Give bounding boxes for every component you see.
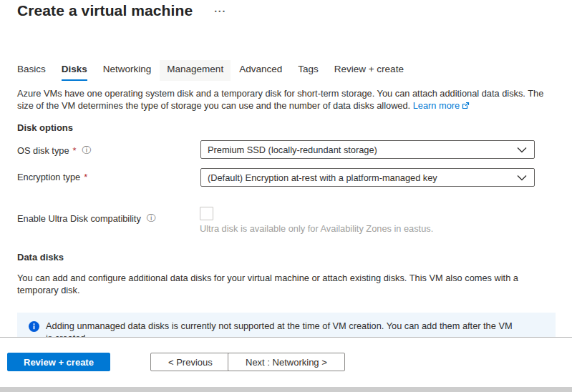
learn-more-link[interactable]: Learn more	[413, 100, 470, 111]
next-networking-button[interactable]: Next : Networking >	[228, 353, 345, 371]
previous-button[interactable]: < Previous	[150, 353, 231, 371]
page-title: Create a virtual machine	[17, 2, 193, 19]
tab-review-create[interactable]: Review + create	[334, 60, 404, 81]
footer-bar: Review + create < Previous Next : Networ…	[0, 337, 572, 387]
info-icon[interactable]: ⓘ	[147, 212, 156, 225]
encryption-type-label: Encryption type*	[17, 172, 87, 182]
create-vm-page: Create a virtual machine ··· Basics Disk…	[0, 0, 572, 392]
info-icon[interactable]: ⓘ	[82, 144, 92, 157]
data-disks-heading: Data disks	[17, 252, 64, 263]
tab-disks[interactable]: Disks	[62, 60, 87, 81]
os-disk-type-label: OS disk type* ⓘ	[17, 144, 91, 157]
data-disks-description: You can add and configure additional dat…	[17, 272, 550, 296]
tab-networking[interactable]: Networking	[103, 60, 152, 81]
chevron-down-icon	[517, 175, 527, 181]
tab-basics[interactable]: Basics	[17, 60, 46, 81]
ultra-disk-checkbox[interactable]	[200, 207, 213, 220]
os-disk-type-dropdown[interactable]: Premium SSD (locally-redundant storage)	[200, 140, 535, 159]
more-options-icon[interactable]: ···	[214, 5, 226, 16]
required-asterisk: *	[73, 145, 77, 156]
encryption-type-dropdown[interactable]: (Default) Encryption at-rest with a plat…	[200, 168, 535, 187]
external-link-icon	[462, 100, 470, 112]
ultra-disk-label: Enable Ultra Disk compatibility ⓘ	[17, 212, 155, 225]
ultra-disk-helper-text: Ultra disk is available only for Availab…	[200, 223, 433, 234]
encryption-type-value: (Default) Encryption at-rest with a plat…	[208, 172, 437, 183]
tab-advanced[interactable]: Advanced	[239, 60, 282, 81]
required-asterisk: *	[84, 172, 87, 182]
header: Create a virtual machine ···	[17, 2, 226, 19]
tab-management[interactable]: Management	[160, 60, 231, 81]
disks-description: Azure VMs have one operating system disk…	[17, 87, 553, 112]
wizard-tabs: Basics Disks Networking Management Advan…	[17, 60, 404, 81]
disk-options-heading: Disk options	[17, 122, 73, 133]
tab-tags[interactable]: Tags	[298, 60, 319, 81]
horizontal-scrollbar[interactable]	[0, 387, 572, 392]
os-disk-type-value: Premium SSD (locally-redundant storage)	[208, 144, 377, 155]
chevron-down-icon	[517, 147, 527, 153]
review-create-button[interactable]: Review + create	[7, 353, 110, 371]
info-filled-icon	[29, 321, 39, 334]
